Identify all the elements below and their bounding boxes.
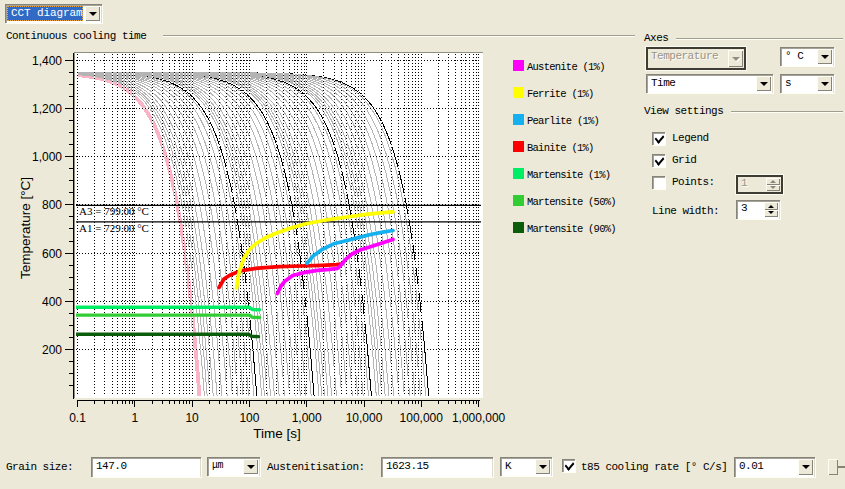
svg-text:1,200: 1,200 [32, 102, 62, 116]
svg-text:1,000: 1,000 [292, 411, 322, 425]
svg-text:1,000: 1,000 [32, 150, 62, 164]
svg-text:600: 600 [42, 247, 62, 261]
svg-text:1: 1 [131, 411, 138, 425]
svg-text:Time [s]: Time [s] [253, 426, 301, 441]
svg-text:A1 = 729.00 °C: A1 = 729.00 °C [79, 222, 149, 234]
svg-text:0.1: 0.1 [69, 411, 86, 425]
svg-text:10,000: 10,000 [346, 411, 383, 425]
svg-text:100,000: 100,000 [400, 411, 444, 425]
svg-text:1,400: 1,400 [32, 54, 62, 68]
svg-text:200: 200 [42, 343, 62, 357]
svg-text:400: 400 [42, 295, 62, 309]
svg-text:1,000,000: 1,000,000 [452, 411, 506, 425]
svg-text:A3 = 799.00 °C: A3 = 799.00 °C [79, 205, 149, 217]
svg-text:100: 100 [239, 411, 259, 425]
svg-text:800: 800 [42, 198, 62, 212]
svg-text:Temperature [°C]: Temperature [°C] [18, 177, 33, 279]
svg-text:10: 10 [185, 411, 199, 425]
